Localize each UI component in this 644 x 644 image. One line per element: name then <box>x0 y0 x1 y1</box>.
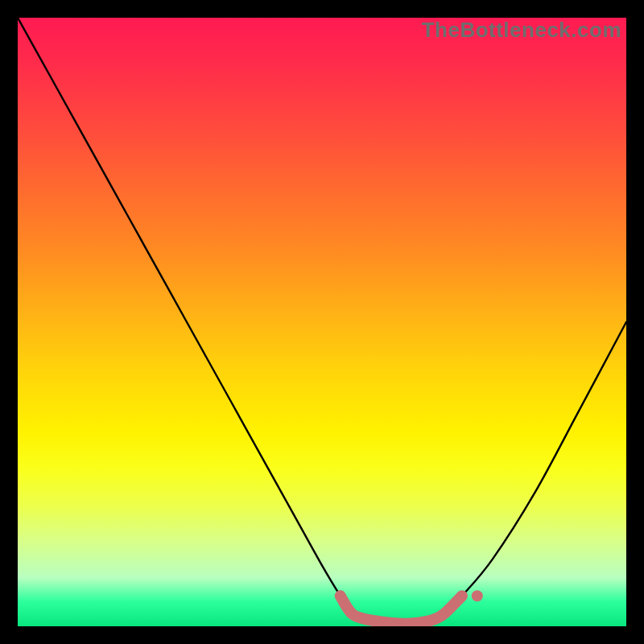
chart-container: TheBottleneck.com <box>0 0 644 644</box>
curve-layer <box>18 18 626 626</box>
plot-area: TheBottleneck.com <box>18 18 626 626</box>
main-curve <box>18 18 626 624</box>
valley-end-dot <box>472 590 483 601</box>
valley-marker <box>341 596 462 623</box>
